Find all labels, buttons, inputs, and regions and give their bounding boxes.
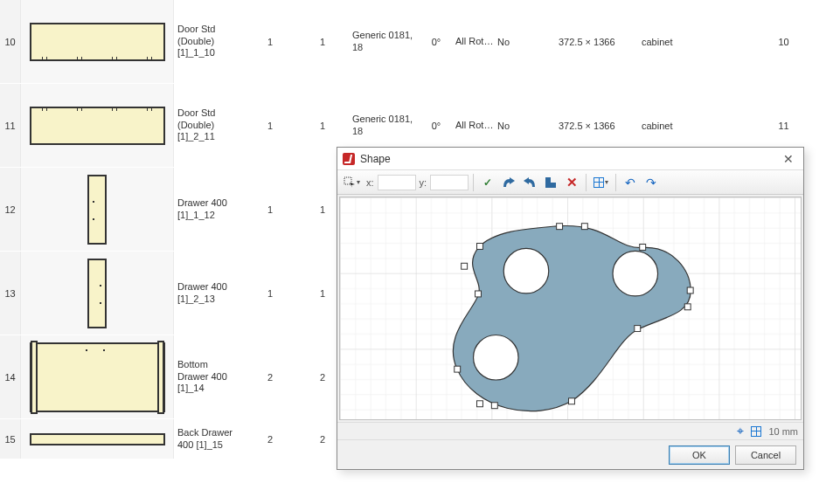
close-icon[interactable]: ✕: [779, 151, 798, 167]
mirror: No: [497, 37, 559, 47]
part-name: Door Std (Double) [1]_1_10: [174, 24, 244, 59]
shape-toolbar: ▾ x: y: ✓ ✕ ▾ ↶ ↷: [337, 170, 803, 195]
row-index: 10: [0, 0, 21, 83]
redo-icon[interactable]: ↷: [642, 173, 661, 192]
dimensions: 372.5 × 1366: [559, 121, 642, 131]
svg-point-3: [503, 248, 549, 293]
dialog-titlebar[interactable]: Shape ✕: [337, 148, 803, 170]
rotation: All Rotati...: [454, 36, 497, 48]
svg-point-5: [474, 335, 519, 381]
grid-toggle-icon[interactable]: ▾: [591, 173, 611, 192]
qty1: 1: [244, 204, 296, 215]
svg-rect-11: [684, 304, 691, 310]
table-row[interactable]: 10 Door Std (Double) [1]_1_10 1 1 Generi…: [0, 0, 833, 84]
owner: cabinet: [642, 121, 773, 131]
qty1: 1: [244, 288, 296, 299]
part-thumbnail: [21, 0, 174, 83]
part-name: Drawer 400 [1]_1_12: [174, 197, 244, 222]
select-tool-menu[interactable]: ▾: [341, 173, 363, 192]
rotation: All Rotati...: [454, 120, 497, 132]
crosshair-icon: ⌖: [737, 424, 744, 438]
part-thumbnail: [21, 252, 174, 335]
mirror: No: [497, 121, 559, 131]
material: Generic 0181, 18: [349, 114, 419, 138]
grid-icon: [751, 426, 761, 437]
part-thumbnail: [21, 419, 174, 459]
shape-statusbar: ⌖ 10 mm: [337, 422, 803, 439]
confirm-icon[interactable]: ✓: [478, 173, 497, 192]
svg-rect-18: [462, 263, 468, 269]
part-thumbnail: [21, 84, 174, 167]
svg-rect-16: [455, 366, 461, 372]
svg-rect-7: [557, 224, 563, 230]
svg-rect-10: [687, 287, 693, 293]
shape-tool-1-icon[interactable]: [499, 173, 518, 192]
dimensions: 372.5 × 1366: [559, 37, 642, 47]
shape-canvas[interactable]: [339, 197, 802, 420]
grid-size-label: 10 mm: [768, 426, 798, 437]
svg-rect-17: [476, 291, 482, 297]
qty1: 1: [244, 121, 296, 131]
row-index-2: 11: [773, 121, 795, 131]
qty2: 1: [296, 37, 349, 47]
row-index: 14: [0, 335, 21, 418]
svg-rect-9: [640, 244, 646, 250]
row-index-2: 10: [773, 37, 795, 47]
x-label: x:: [364, 177, 376, 188]
qty1: 2: [244, 434, 296, 445]
row-index: 13: [0, 252, 21, 335]
dialog-button-row: OK Cancel: [337, 439, 803, 469]
app-icon: [343, 153, 355, 165]
row-index: 12: [0, 168, 21, 251]
row-index: 15: [0, 419, 21, 459]
y-input[interactable]: [430, 175, 469, 190]
svg-rect-15: [477, 401, 483, 407]
svg-rect-6: [477, 244, 483, 250]
qty1: 1: [244, 37, 296, 47]
part-thumbnail: [21, 335, 174, 418]
part-name: Back Drawer 400 [1]_15: [174, 427, 244, 452]
part-thumbnail: [21, 168, 174, 251]
undo-icon[interactable]: ↶: [621, 173, 640, 192]
part-name: Door Std (Double) [1]_2_11: [174, 107, 244, 143]
owner: cabinet: [642, 37, 773, 47]
shape-dialog: Shape ✕ ▾ x: y: ✓ ✕ ▾ ↶ ↷: [337, 147, 804, 470]
x-input[interactable]: [378, 175, 416, 190]
shape-tool-2-icon[interactable]: [520, 173, 539, 192]
qty1: 2: [244, 372, 296, 383]
ok-button[interactable]: OK: [669, 445, 730, 465]
svg-rect-8: [581, 224, 587, 230]
svg-rect-12: [635, 326, 641, 332]
angle: 0°: [419, 37, 454, 47]
svg-rect-14: [491, 403, 497, 409]
delete-icon[interactable]: ✕: [562, 173, 581, 192]
svg-point-4: [613, 251, 658, 296]
cancel-button[interactable]: Cancel: [735, 445, 796, 465]
row-index: 11: [0, 84, 21, 167]
svg-rect-13: [569, 398, 575, 404]
part-name: Bottom Drawer 400 [1]_14: [174, 359, 244, 395]
dialog-title: Shape: [360, 153, 779, 165]
qty2: 1: [296, 121, 349, 131]
y-label: y:: [418, 177, 429, 188]
material: Generic 0181, 18: [349, 30, 419, 54]
shape-tool-3-icon[interactable]: [541, 173, 560, 192]
part-name: Drawer 400 [1]_2_13: [174, 281, 244, 306]
angle: 0°: [419, 121, 454, 131]
